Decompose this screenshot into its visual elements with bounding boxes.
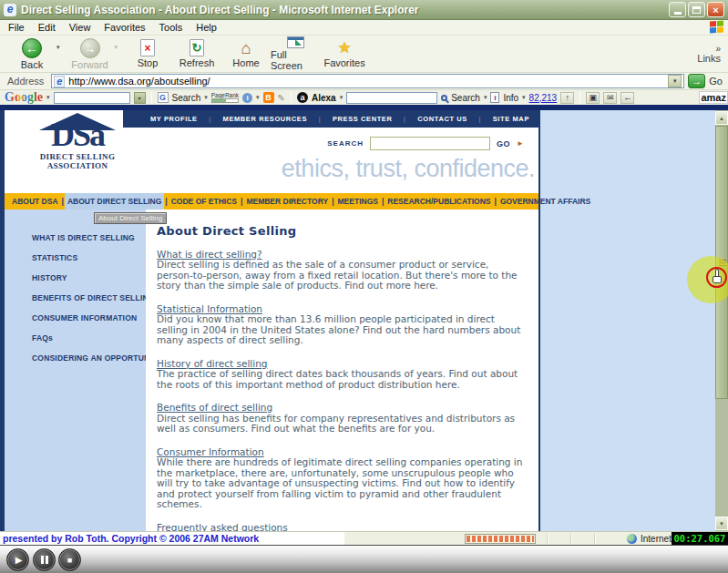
alexa-search-input[interactable] — [346, 92, 437, 104]
menu-tools[interactable]: Tools — [159, 22, 183, 33]
alexa-dropdown-icon[interactable]: ▾ — [340, 94, 343, 101]
sidebar-item-statistics[interactable]: STATISTICS — [5, 254, 146, 262]
top-nav-contact-us[interactable]: CONTACT US — [417, 115, 467, 123]
pagerank-dropdown-icon[interactable]: ▾ — [256, 94, 260, 101]
highlighter-icon[interactable]: ✎ — [278, 93, 285, 103]
tab-government-affairs[interactable]: GOVERNMENT AFFAIRS — [497, 197, 593, 206]
sidebar-item-consumer-information[interactable]: CONSUMER INFORMATION — [5, 314, 146, 322]
info-dropdown-icon[interactable]: ▾ — [522, 94, 526, 101]
home-icon: ⌂ — [241, 40, 251, 56]
sidebar-item-benefits[interactable]: BENEFITS OF DIRECT SELLING — [5, 294, 146, 302]
address-url[interactable]: http://www.dsa.org/aboutselling/ — [68, 76, 664, 87]
tab-member-directory[interactable]: MEMBER DIRECTORY — [243, 197, 331, 206]
google-logo-dropdown-icon[interactable]: ▾ — [46, 94, 50, 101]
separator — [291, 92, 292, 103]
menu-favorites[interactable]: Favorites — [104, 22, 145, 33]
google-search-button[interactable]: Search — [172, 93, 201, 103]
alexa-icon[interactable]: a — [297, 92, 308, 103]
tab-code-of-ethics[interactable]: CODE OF ETHICS — [169, 197, 240, 206]
up-arrow-tool-icon[interactable]: ↑ — [560, 92, 574, 104]
top-nav-member-resources[interactable]: MEMBER RESOURCES — [223, 115, 308, 123]
sidebar-item-history[interactable]: HISTORY — [5, 274, 146, 282]
google-logo[interactable]: Google — [5, 90, 43, 105]
site-search-go-button[interactable]: GO — [497, 139, 510, 148]
top-nav-press-center[interactable]: PRESS CENTER — [333, 115, 393, 123]
links-label: Links — [697, 53, 721, 64]
go-label[interactable]: Go — [709, 76, 723, 87]
alexa-search-dropdown-icon[interactable]: ▾ — [484, 94, 487, 101]
vertical-scrollbar[interactable]: ▲ ▼ — [715, 110, 728, 531]
address-dropdown-icon[interactable]: ▾ — [668, 75, 682, 87]
separator — [404, 115, 406, 123]
close-button[interactable]: × — [707, 2, 724, 17]
menu-file[interactable]: File — [8, 22, 25, 33]
scroll-up-button[interactable]: ▲ — [715, 111, 728, 125]
links-bar[interactable]: » Links — [697, 45, 728, 64]
link-history-of-direct-selling[interactable]: History of direct selling — [157, 358, 268, 369]
back-dropdown-icon[interactable]: ▾ — [56, 44, 60, 51]
tab-about-dsa[interactable]: ABOUT DSA — [9, 197, 61, 206]
favorites-button[interactable]: ★ Favorites — [320, 36, 369, 71]
pagerank-meter[interactable]: PageRank — [211, 93, 239, 103]
statusbar-divider — [570, 534, 572, 544]
recording-timer: 00:27.067 — [672, 532, 728, 546]
back-button[interactable]: ← Back — [7, 36, 56, 71]
blogger-icon[interactable]: B — [263, 92, 274, 103]
forward-button[interactable]: → Forward — [66, 36, 115, 71]
forward-dropdown-icon[interactable]: ▾ — [115, 44, 118, 51]
menu-view[interactable]: View — [69, 22, 91, 33]
play-button[interactable]: ▶ — [6, 548, 29, 571]
separator — [151, 92, 152, 103]
amazon-logo[interactable]: amaz — [699, 91, 728, 104]
sidebar-item-what-is-direct-selling[interactable]: WHAT IS DIRECT SELLING — [5, 234, 146, 242]
tab-about-direct-selling[interactable]: ABOUT DIRECT SELLING — [65, 193, 164, 210]
address-field[interactable]: e http://www.dsa.org/aboutselling/ ▾ — [51, 74, 684, 88]
tooltip: About Direct Selling — [94, 212, 167, 224]
pagerank-bar — [211, 98, 239, 103]
google-search-dropdown-icon[interactable]: ▾ — [204, 94, 208, 101]
tab-meetings[interactable]: MEETINGS — [335, 197, 381, 206]
link-frequently-asked-questions[interactable]: Frequently asked questions — [157, 522, 288, 532]
window-tool-icon[interactable]: ▣ — [586, 92, 600, 104]
go-button[interactable]: → — [688, 74, 705, 88]
link-benefits-of-direct-selling[interactable]: Benefits of direct selling — [157, 402, 272, 413]
link-what-is-direct-selling[interactable]: What is direct selling? — [157, 249, 262, 260]
section-body: Did you know that more than 13.6 million… — [157, 314, 524, 346]
dsa-logo[interactable]: DSa DIRECT SELLING ASSOCIATION — [26, 113, 128, 170]
site-search-row: SEARCH GO ► — [327, 137, 524, 150]
info-circle-icon[interactable]: i — [242, 93, 252, 103]
google-search-input[interactable] — [54, 92, 130, 104]
stop-playback-button[interactable]: ■ — [58, 548, 81, 571]
home-button[interactable]: ⌂ Home — [221, 36, 271, 71]
pause-button[interactable] — [33, 548, 56, 571]
site-search-input[interactable] — [370, 137, 490, 150]
alexa-label[interactable]: Alexa — [312, 93, 336, 103]
menu-help[interactable]: Help — [196, 22, 217, 33]
restore-button[interactable] — [688, 2, 705, 17]
sidebar-item-faqs[interactable]: FAQs — [5, 334, 146, 343]
link-statistical-information[interactable]: Statistical Information — [157, 303, 262, 314]
traffic-rank-link[interactable]: 82,213 — [529, 93, 558, 103]
forward-label: Forward — [71, 59, 108, 70]
menu-edit[interactable]: Edit — [38, 22, 56, 33]
favorites-label: Favorites — [323, 57, 364, 68]
minimize-button[interactable] — [669, 2, 686, 17]
stop-x-glyph: × — [145, 42, 151, 55]
top-nav-my-profile[interactable]: MY PROFILE — [150, 115, 198, 123]
alexa-search-button[interactable]: Search — [451, 93, 480, 103]
favorites-star-icon: ★ — [337, 40, 351, 56]
top-nav-site-map[interactable]: SITE MAP — [493, 115, 529, 123]
tab-research-publications[interactable]: RESEARCH/PUBLICATIONS — [385, 197, 493, 206]
google-input-dropdown[interactable]: ▾ — [134, 92, 146, 104]
info-page-icon[interactable]: i — [490, 92, 499, 103]
fullscreen-button[interactable]: Full Screen — [271, 36, 320, 71]
info-label[interactable]: Info — [503, 93, 518, 103]
scroll-down-button[interactable]: ▼ — [715, 517, 728, 530]
close-icon: × — [713, 5, 718, 15]
refresh-button[interactable]: ↻ Refresh — [172, 36, 221, 71]
mail-tool-icon[interactable]: ✉ — [603, 92, 617, 104]
stop-button[interactable]: × Stop — [123, 36, 172, 71]
back-tool-icon[interactable]: ← — [620, 92, 634, 104]
sidebar-item-considering-an-opportunity[interactable]: CONSIDERING AN OPPORTUNITY — [5, 354, 146, 363]
link-consumer-information[interactable]: Consumer Information — [157, 446, 264, 457]
